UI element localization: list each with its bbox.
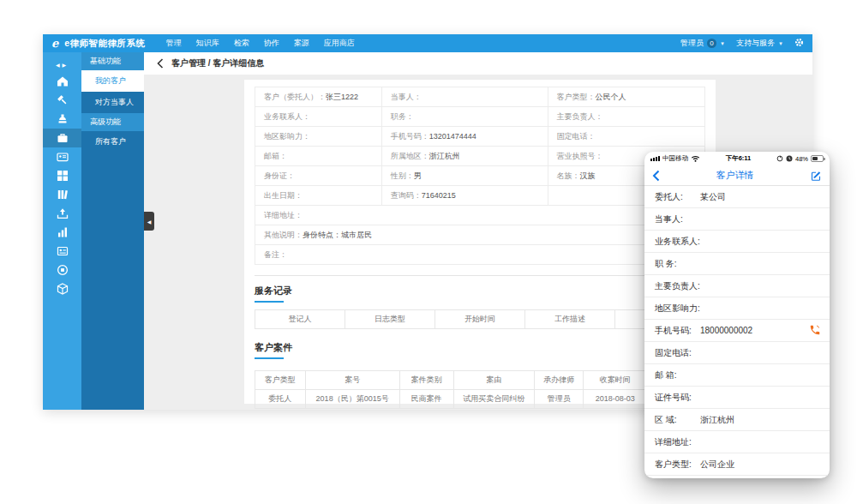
field-label: 当事人:: [655, 213, 700, 225]
briefcase-icon[interactable]: [43, 129, 81, 147]
support-menu[interactable]: 支持与服务 ▼: [736, 38, 783, 49]
gear-icon[interactable]: [794, 38, 804, 49]
phone-nav-bar: 客户详情: [644, 165, 830, 186]
sidebar-item-opposing-party[interactable]: 对方当事人: [81, 92, 144, 113]
library-icon[interactable]: [43, 185, 81, 204]
column-header: 收案时间: [583, 371, 645, 389]
service-records-title: 服务记录: [255, 285, 705, 297]
info-row: 详细地址：: [255, 206, 704, 225]
id-card-icon[interactable]: [43, 147, 81, 166]
field-label: 业务联系人:: [655, 236, 700, 248]
rail-collapse-arrows-icon[interactable]: ◀▶: [43, 57, 81, 72]
info-row: 备注：: [255, 245, 704, 265]
cases-header-row: 客户类型案号案件类别案由承办律师收案时间结案状态: [255, 371, 704, 389]
grid-icon[interactable]: [43, 166, 81, 185]
field-label: 手机号码:: [655, 325, 700, 337]
case-cell: 2018（民）第0015号: [305, 390, 399, 408]
top-nav-item[interactable]: 检索: [234, 38, 249, 49]
column-header: 案件类别: [399, 371, 453, 389]
client-info-grid: 客户（委托人）：张三1222 当事人： 客户类型：公民个人 业务联系人： 职务：…: [255, 87, 704, 206]
cube-icon[interactable]: [43, 279, 81, 298]
client-info-full-rows: 详细地址： 其他说明：身份特点：城市居民 备注：: [255, 206, 704, 265]
bar-chart-icon[interactable]: [43, 223, 81, 242]
coin-icon[interactable]: [43, 261, 81, 279]
phone-field-row: 公司性质:: [644, 476, 830, 478]
phone-field-row: 手机号码: 18000000002: [644, 320, 830, 342]
field-value: 公司企业: [700, 459, 734, 471]
phone-back-chevron-icon[interactable]: [652, 170, 660, 182]
field-label: 客户类型：: [557, 93, 596, 101]
field-label: 固定电话:: [655, 347, 700, 359]
chevron-down-icon: ▼: [778, 41, 783, 46]
info-row: 邮箱： 所属地区：浙江杭州 营业执照号：: [255, 147, 704, 166]
sidebar-item-my-clients[interactable]: 我的客户: [81, 70, 144, 92]
phone-page-title: 客户详情: [660, 169, 810, 182]
field-label: 手机号码：: [391, 132, 429, 141]
top-nav-item[interactable]: 应用商店: [324, 38, 355, 49]
gavel-icon[interactable]: [43, 91, 81, 110]
field-label: 性别：: [391, 171, 414, 180]
case-cell: 委托人: [255, 390, 305, 408]
image-doc-icon[interactable]: [43, 242, 81, 261]
field-label: 出生日期：: [264, 191, 303, 200]
field-label: 主要负责人:: [655, 280, 700, 292]
title-underline: [255, 357, 284, 359]
field-label: 详细地址：: [264, 211, 303, 219]
field-label: 名族：: [557, 171, 580, 180]
field-label: 查询码：: [391, 191, 422, 200]
phone-field-row: 当事人:: [644, 208, 830, 231]
field-value: 浙江杭州: [700, 414, 734, 426]
top-nav-item[interactable]: 知识库: [196, 38, 219, 49]
support-menu-label: 支持与服务: [736, 38, 775, 49]
back-chevron-icon[interactable]: [157, 58, 164, 69]
icon-rail: ◀▶: [43, 52, 81, 410]
sidebar-item-all-clients[interactable]: 所有客户: [81, 131, 144, 153]
top-nav-item[interactable]: 协作: [264, 38, 279, 49]
case-cell: 试用买卖合同纠纷: [453, 390, 534, 408]
phone-field-row: 邮 箱:: [644, 364, 830, 387]
field-value: 某公司: [700, 191, 726, 203]
field-label: 客户（委托人）：: [264, 93, 326, 101]
field-value: 身份特点：城市居民: [303, 231, 372, 239]
top-nav-item[interactable]: 案源: [294, 38, 309, 49]
field-label: 客户类型:: [655, 459, 700, 471]
case-cell: 管理员: [534, 390, 584, 408]
sidebar-group-advanced[interactable]: 高级功能: [81, 113, 144, 131]
column-header: 日志类型: [345, 310, 434, 328]
phone-overlay: 中国移动 下午6:11 48% 客户详情 委托人: 某公司 当事人:: [644, 152, 830, 478]
battery-icon: [811, 155, 824, 162]
column-header: 案号: [305, 371, 399, 389]
info-row: 业务联系人： 职务： 主要负责人：: [255, 107, 704, 127]
stamp-icon[interactable]: [43, 110, 81, 129]
phone-field-row: 业务联系人:: [644, 231, 830, 253]
info-row: 出生日期： 查询码：71640215: [255, 186, 704, 206]
field-label: 委托人:: [655, 191, 700, 203]
wifi-icon: [691, 155, 700, 162]
field-label: 备注：: [264, 250, 287, 259]
case-row[interactable]: 委托人2018（民）第0015号民商案件试用买卖合同纠纷管理员2018-08-0…: [255, 389, 704, 408]
edit-icon[interactable]: [810, 170, 822, 182]
sidebar-group-basic[interactable]: 基础功能: [81, 52, 144, 70]
field-label: 固定电话：: [557, 132, 596, 141]
phone-status-bar: 中国移动 下午6:11 48%: [644, 152, 830, 165]
call-icon[interactable]: [809, 324, 821, 336]
orientation-lock-icon: [776, 155, 783, 162]
title-underline: [255, 301, 284, 303]
user-menu[interactable]: 管理员 0 ▼: [680, 38, 725, 49]
service-records-header: 登记人日志类型开始时间工作描述公开状态: [255, 309, 705, 329]
field-value: 汉族: [580, 171, 596, 180]
column-header: 工作描述: [524, 310, 614, 328]
column-header: 客户类型: [255, 371, 305, 389]
upload-icon[interactable]: [43, 204, 81, 223]
phone-field-row: 主要负责人:: [644, 275, 830, 297]
top-nav-item[interactable]: 管理: [166, 38, 182, 49]
field-label: 营业执照号：: [557, 152, 603, 160]
column-header: 案由: [453, 371, 534, 389]
breadcrumb[interactable]: 客户管理 / 客户详细信息: [144, 52, 812, 75]
phone-field-row: 证件号码:: [644, 387, 830, 409]
sidebar-collapse-handle[interactable]: ◀: [144, 212, 154, 231]
column-header: 开始时间: [434, 310, 524, 328]
home-icon[interactable]: [43, 72, 81, 91]
section-divider: [255, 275, 705, 276]
field-value: 13201474444: [429, 132, 476, 141]
